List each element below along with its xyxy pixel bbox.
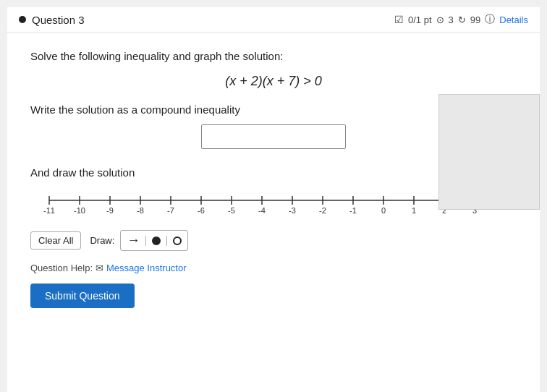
svg-text:-2: -2: [319, 206, 326, 215]
question-help-label: Question Help:: [30, 263, 93, 273]
svg-text:-7: -7: [167, 206, 174, 215]
equation-text: (x + 2)(x + 7) > 0: [225, 74, 322, 88]
svg-text:-5: -5: [228, 206, 235, 215]
retry-count: 3: [449, 14, 454, 25]
svg-text:-3: -3: [289, 206, 296, 215]
question-help: Question Help: ✉ Message Instructor: [30, 263, 517, 273]
arrow-tool-button[interactable]: →: [127, 233, 140, 248]
problem-statement: Solve the following inequality and graph…: [30, 50, 517, 62]
answer-input[interactable]: [201, 124, 346, 149]
svg-text:-11: -11: [43, 206, 55, 215]
submit-button[interactable]: Submit Question: [30, 284, 135, 308]
draw-label: Draw:: [90, 235, 114, 246]
attempt-count: 99: [470, 14, 480, 25]
attempts-icon: ↻: [458, 14, 466, 25]
question-title: Question 3: [32, 14, 85, 26]
svg-text:-9: -9: [106, 206, 114, 215]
tool-divider2: [166, 236, 167, 246]
score-icon: ☑: [394, 14, 404, 25]
header-bar: Question 3 ☑ 0/1 pt ⊙ 3 ↻ 99 ⓘ Details: [7, 7, 540, 33]
score-value: 0/1 pt: [408, 14, 432, 25]
page-container: Question 3 ☑ 0/1 pt ⊙ 3 ↻ 99 ⓘ Details S…: [7, 7, 540, 392]
tool-divider: [145, 236, 146, 246]
info-icon[interactable]: ⓘ: [485, 13, 495, 26]
open-dot-button[interactable]: [173, 237, 182, 245]
message-instructor-link[interactable]: Message Instructor: [106, 263, 187, 273]
header-right: ☑ 0/1 pt ⊙ 3 ↻ 99 ⓘ Details: [394, 13, 528, 26]
svg-text:-6: -6: [198, 206, 205, 215]
filled-dot-button[interactable]: [152, 237, 161, 245]
svg-text:-1: -1: [349, 206, 357, 215]
svg-text:1: 1: [412, 206, 416, 215]
bullet-dot: [19, 16, 26, 23]
svg-text:-10: -10: [74, 206, 85, 215]
message-icon: ✉: [96, 263, 103, 273]
svg-text:-4: -4: [258, 206, 266, 215]
details-link[interactable]: Details: [499, 14, 528, 25]
svg-text:0: 0: [381, 206, 386, 215]
retry-icon: ⊙: [436, 14, 444, 25]
equation-block: (x + 2)(x + 7) > 0: [30, 74, 517, 89]
svg-text:-8: -8: [137, 206, 144, 215]
controls-row: Clear All Draw: →: [30, 230, 517, 251]
right-panel: [438, 94, 540, 210]
question-label: Question 3: [19, 14, 85, 26]
draw-tools: →: [120, 230, 188, 251]
clear-all-button[interactable]: Clear All: [30, 231, 81, 250]
